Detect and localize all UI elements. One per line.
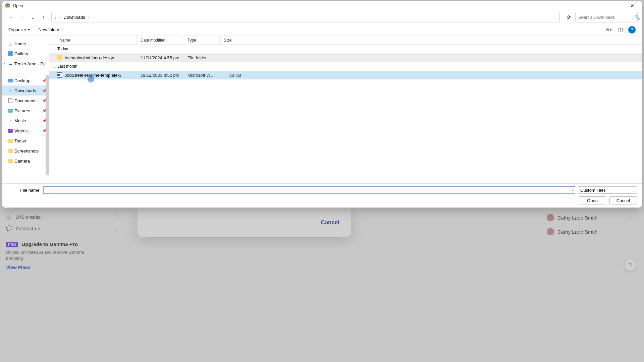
- file-name-label: File name:: [7, 188, 41, 193]
- group-label: Last month: [57, 64, 77, 69]
- preview-pane-button[interactable]: ◫: [615, 25, 626, 35]
- column-name[interactable]: Name: [49, 36, 137, 44]
- sidebar-item-desktop[interactable]: Desktop 📌: [2, 75, 49, 85]
- folder-icon: [57, 55, 62, 60]
- back-button[interactable]: ←: [6, 12, 16, 22]
- sidebar-item-documents[interactable]: Documents 📌: [2, 96, 49, 106]
- open-button[interactable]: Open: [579, 196, 606, 204]
- home-icon: [8, 41, 13, 46]
- sidebar-item-videos[interactable]: Videos 📌: [2, 126, 49, 136]
- cloud-icon: [8, 61, 13, 66]
- sidebar-item-label: Downloads: [14, 88, 36, 93]
- nav-row: ← → ⌄ ↑ ↓ › Downloads › ⌄ ⟳ 🔍: [2, 10, 642, 24]
- sidebar-item-pictures[interactable]: Pictures 📌: [2, 106, 49, 116]
- folder-icon: [8, 148, 13, 154]
- recent-dropdown[interactable]: ⌄: [28, 12, 37, 22]
- file-date: 19/12/2023 8:52 pm: [137, 73, 183, 78]
- column-headers: Name Date modified Type Size: [49, 36, 642, 45]
- search-box[interactable]: 🔍: [575, 12, 638, 22]
- toolbar: Organize ▼ New folder ≡ ▼ ◫ ?: [2, 24, 642, 36]
- file-size: 33 KB: [220, 73, 245, 78]
- sidebar-item-gallery[interactable]: Gallery: [2, 49, 49, 59]
- column-date[interactable]: Date modified: [137, 36, 183, 44]
- close-button[interactable]: ✕: [626, 1, 639, 10]
- up-button[interactable]: ↑: [39, 12, 48, 22]
- word-icon: [57, 72, 62, 78]
- chevron-down-icon[interactable]: ⌄: [571, 188, 574, 191]
- sidebar-item-onedrive[interactable]: Tedler Arne - Pe: [2, 59, 49, 69]
- sidebar-item-label: Gallery: [14, 51, 28, 56]
- download-icon: ↓: [54, 14, 57, 20]
- sidebar-item-label: Screenshots: [14, 148, 39, 154]
- file-date: 11/01/2024 4:55 pm: [137, 55, 183, 60]
- search-icon: 🔍: [635, 15, 640, 20]
- column-type[interactable]: Type: [183, 36, 220, 44]
- chrome-icon: [5, 3, 10, 8]
- sidebar-item-tedler[interactable]: Tedler: [2, 136, 49, 146]
- chevron-down-icon: ⌄: [53, 47, 56, 51]
- folder-icon: [8, 158, 13, 164]
- bottom-bar: File name: ⌄ Custom Files ⌄ Open Cancel: [2, 183, 642, 207]
- file-list: Name Date modified Type Size ⌄ Today tec…: [49, 36, 642, 183]
- sidebar-item-label: Music: [14, 118, 26, 123]
- folder-icon: [8, 138, 13, 143]
- file-name-input[interactable]: [43, 186, 575, 194]
- cancel-button[interactable]: Cancel: [609, 196, 637, 204]
- chevron-down-icon[interactable]: ⌄: [554, 15, 557, 19]
- file-row-folder[interactable]: technological-logo-design 11/01/2024 4:5…: [49, 53, 642, 62]
- group-label: Today: [57, 47, 68, 51]
- view-mode-button[interactable]: ≡ ▼: [604, 25, 614, 35]
- chevron-down-icon: ⌄: [632, 188, 635, 192]
- videos-icon: [8, 128, 13, 133]
- gallery-icon: [8, 51, 13, 56]
- sidebar-item-label: Documents: [14, 98, 37, 103]
- organize-button[interactable]: Organize ▼: [8, 27, 31, 32]
- chevron-down-icon: ⌄: [53, 65, 56, 68]
- file-name: technological-logo-design: [65, 55, 114, 60]
- chevron-right-icon: ›: [88, 15, 89, 19]
- filter-label: Custom Files: [580, 188, 606, 193]
- file-type: File folder: [183, 55, 220, 60]
- sidebar-item-label: Tedler Arne - Pe: [14, 61, 46, 66]
- group-today[interactable]: ⌄ Today: [49, 45, 642, 53]
- sidebar-item-label: Desktop: [14, 78, 31, 83]
- download-icon: [8, 88, 13, 93]
- sidebar-scrollbar[interactable]: [46, 75, 49, 175]
- file-row-document[interactable]: JobStreet-resume-template-3 19/12/2023 8…: [49, 71, 642, 79]
- new-folder-button[interactable]: New folder: [39, 27, 59, 32]
- sidebar-item-label: Tedler: [14, 138, 26, 143]
- main-area: Home Gallery Tedler Arne - Pe Desktop 📌 …: [2, 36, 642, 183]
- sidebar-item-camera[interactable]: Camera: [2, 156, 49, 166]
- chevron-right-icon: ›: [60, 15, 61, 19]
- sidebar-item-downloads[interactable]: Downloads 📌: [2, 85, 49, 96]
- file-open-dialog: Open ✕ ← → ⌄ ↑ ↓ › Downloads › ⌄ ⟳ 🔍 Org…: [2, 1, 642, 208]
- sidebar-item-home[interactable]: Home: [2, 39, 49, 49]
- dialog-title: Open: [13, 3, 626, 8]
- file-type: Microsoft Word D...: [183, 73, 220, 78]
- sidebar-item-label: Pictures: [14, 108, 30, 113]
- column-size[interactable]: Size: [220, 36, 245, 44]
- search-input[interactable]: [578, 15, 635, 20]
- chevron-down-icon: ▼: [28, 28, 31, 32]
- address-bar[interactable]: ↓ › Downloads › ⌄: [51, 12, 560, 22]
- sidebar-item-screenshots[interactable]: Screenshots: [2, 146, 49, 156]
- desktop-icon: [8, 78, 13, 83]
- sidebar: Home Gallery Tedler Arne - Pe Desktop 📌 …: [2, 36, 49, 183]
- music-icon: [8, 118, 13, 123]
- group-last-month[interactable]: ⌄ Last month: [49, 62, 642, 71]
- refresh-button[interactable]: ⟳: [563, 12, 574, 22]
- sidebar-item-label: Videos: [14, 128, 28, 133]
- breadcrumb[interactable]: Downloads: [63, 15, 85, 20]
- help-button[interactable]: ?: [628, 26, 636, 34]
- documents-icon: [8, 98, 13, 103]
- svg-point-4: [7, 5, 8, 6]
- forward-button[interactable]: →: [17, 12, 26, 22]
- sidebar-item-music[interactable]: Music 📌: [2, 116, 49, 126]
- file-name: JobStreet-resume-template-3: [65, 73, 121, 78]
- sidebar-item-label: Camera: [14, 159, 30, 164]
- organize-label: Organize: [8, 27, 26, 32]
- file-type-filter[interactable]: Custom Files ⌄: [578, 186, 637, 194]
- titlebar: Open ✕: [2, 1, 642, 10]
- sidebar-item-label: Home: [14, 41, 26, 46]
- pictures-icon: [8, 108, 13, 113]
